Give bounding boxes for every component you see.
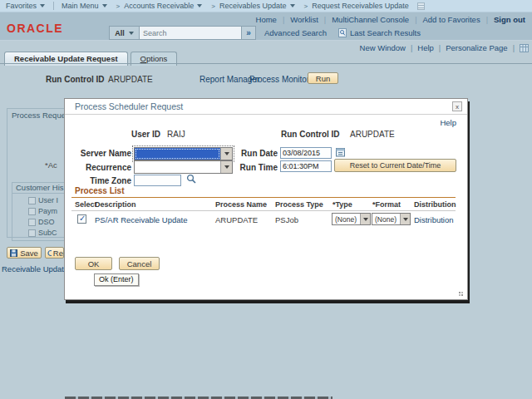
run-date-input[interactable] [280, 147, 332, 159]
dialog-help-link[interactable]: Help [440, 118, 456, 127]
col-type: *Type [332, 200, 352, 209]
run-control-id-label: Run Control ID [46, 75, 105, 84]
personalize-grid-icon[interactable] [520, 44, 529, 52]
bg-checkbox-row: DSO [28, 218, 55, 226]
grid-divider [71, 210, 456, 211]
process-description-link[interactable]: PS/AR Receivable Update [95, 215, 187, 224]
last-search-results-link[interactable]: Last Search Results [350, 28, 421, 37]
search-scope-value: All [115, 29, 125, 37]
ok-button[interactable]: OK [75, 257, 112, 270]
oracle-logo: ORACLE [7, 22, 63, 35]
chevron-down-icon [40, 4, 45, 7]
search-links: Advanced Search Last Search Results [264, 28, 421, 37]
add-to-favorites-link[interactable]: Add to Favorites [422, 15, 480, 24]
chevron-down-icon [102, 4, 107, 7]
search-input[interactable] [140, 26, 242, 40]
return-to-search-button[interactable]: Re [45, 247, 64, 259]
search-go-button[interactable]: » [242, 26, 256, 40]
bg-checkbox-row: SubC [28, 229, 57, 237]
notification-icon[interactable] [417, 2, 425, 10]
divider: | [411, 44, 412, 52]
worklist-link[interactable]: Worklist [290, 15, 318, 24]
crumb-receivables-update[interactable]: Receivables Update [219, 2, 295, 10]
new-window-link[interactable]: New Window [360, 43, 406, 52]
chevron-down-icon[interactable] [360, 214, 370, 224]
accounting-date-label: *Ac [45, 160, 57, 170]
dialog-title-bar: Process Scheduler Request x [65, 99, 467, 115]
time-zone-input[interactable] [134, 175, 181, 186]
cancel-button[interactable]: Cancel [119, 257, 160, 270]
chevron-down-icon [197, 4, 202, 7]
personalize-page-link[interactable]: Personalize Page [446, 43, 507, 52]
save-label: Save [20, 249, 38, 258]
run-button[interactable]: Run [308, 72, 338, 84]
multichannel-console-link[interactable]: MultiChannel Console [332, 15, 409, 24]
run-time-input[interactable] [280, 160, 332, 172]
user-id-label: User ID [131, 130, 160, 139]
checkbox-label: SubC [38, 229, 57, 237]
return-arrow-icon [47, 249, 52, 257]
save-button[interactable]: Save [7, 247, 42, 259]
return-label: Re [53, 249, 63, 258]
bg-checkbox-row: Paym [28, 207, 57, 215]
lookup-magnifier-icon[interactable] [186, 174, 197, 185]
checkbox-label: User I [38, 196, 58, 204]
process-monitor-link[interactable]: Process Monitor [249, 75, 309, 84]
checkbox[interactable] [28, 208, 36, 215]
format-select[interactable]: (None) [372, 213, 411, 225]
floppy-disk-icon [10, 249, 17, 257]
time-zone-label: Time Zone [65, 176, 131, 185]
divider: | [415, 16, 416, 24]
calendar-icon[interactable] [336, 147, 345, 157]
screen: Favorites Main Menu > Accounts Receivabl… [0, 0, 532, 399]
format-select-value: (None) [372, 214, 400, 224]
dialog-title: Process Scheduler Request [65, 99, 467, 115]
crumb-separator: > [304, 2, 308, 10]
process-scheduler-request-dialog: Process Scheduler Request x Help User ID… [64, 98, 468, 300]
process-type-cell: PSJob [275, 215, 298, 224]
run-control-id-value: ARUPDATE [108, 75, 153, 84]
divider: | [439, 44, 441, 52]
tab-label: Options [140, 54, 168, 63]
tab-label: Receivable Update Request [14, 54, 118, 63]
advanced-search-link[interactable]: Advanced Search [264, 28, 327, 37]
process-select-checkbox[interactable] [77, 214, 86, 224]
checkbox[interactable] [28, 219, 36, 226]
ok-button-tooltip: Ok (Enter) [94, 273, 139, 286]
crumb-separator: > [116, 2, 121, 10]
col-distribution: Distribution [414, 200, 456, 209]
favorites-label: Favorites [6, 2, 37, 10]
col-select: Select [75, 200, 97, 209]
sign-out-link[interactable]: Sign out [494, 15, 525, 24]
recurrence-label: Recurrence [65, 163, 131, 172]
run-date-label: Run Date [214, 149, 278, 158]
checkbox[interactable] [28, 229, 36, 237]
crumb-request-receivables-update[interactable]: Request Receivables Update [312, 2, 409, 10]
resize-grip[interactable] [461, 294, 463, 296]
process-list-title: Process List [75, 186, 124, 195]
recurrence-value [135, 161, 220, 173]
last-search-icon [338, 28, 347, 37]
chevron-down-icon [290, 4, 295, 7]
crumb-label: Accounts Receivable [124, 2, 194, 10]
chevron-down-icon[interactable] [400, 214, 410, 224]
help-link[interactable]: Help [417, 43, 434, 52]
main-menu[interactable]: Main Menu [62, 2, 107, 10]
close-icon[interactable]: x [452, 101, 462, 111]
reset-date-time-button[interactable]: Reset to Current Date/Time [334, 159, 456, 172]
home-link[interactable]: Home [256, 15, 277, 24]
type-select-value: (None) [332, 214, 360, 224]
crumb-accounts-receivable[interactable]: Accounts Receivable [124, 2, 202, 10]
divider: | [513, 44, 515, 52]
col-process-name: Process Name [215, 200, 267, 209]
process-name-cell: ARUPDATE [215, 215, 258, 224]
distribution-link[interactable]: Distribution [414, 215, 454, 224]
search-scope-select[interactable]: All [109, 26, 140, 40]
col-format: *Format [372, 200, 401, 209]
tab-divider [0, 63, 532, 64]
favorites-menu[interactable]: Favorites [6, 2, 45, 10]
bg-checkbox-row: User I [28, 196, 58, 204]
breadcrumb: Favorites Main Menu > Accounts Receivabl… [0, 0, 532, 12]
checkbox[interactable] [28, 197, 36, 204]
type-select[interactable]: (None) [332, 213, 371, 225]
